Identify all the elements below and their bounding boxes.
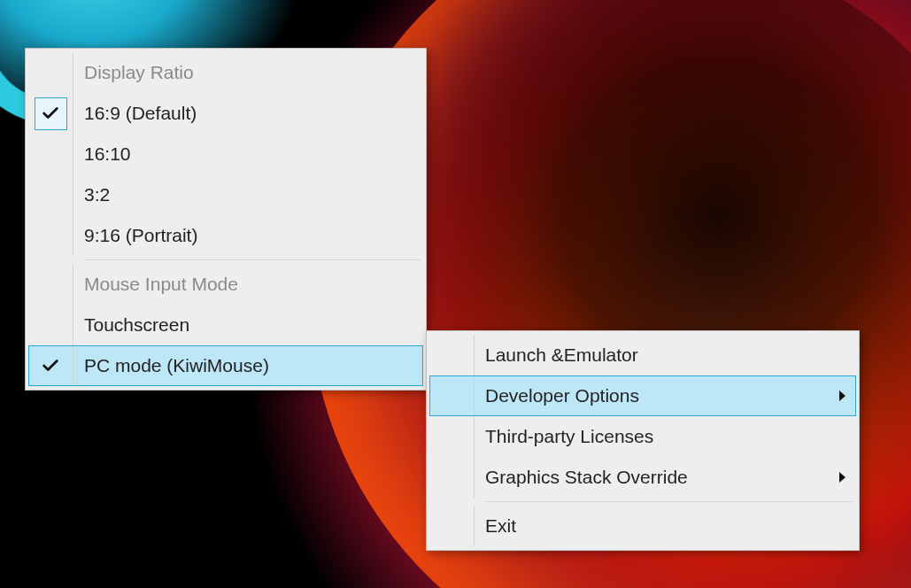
menu-item-launch-emulator[interactable]: Launch &Emulator	[429, 335, 856, 375]
menu-item-label: PC mode (KiwiMouse)	[84, 355, 423, 376]
menu-item-label: Developer Options	[485, 385, 830, 406]
check-icon	[35, 350, 67, 383]
menu-item-label: Graphics Stack Override	[485, 467, 830, 488]
menu-item-label: Launch &Emulator	[485, 344, 856, 366]
menu-item-label: 16:9 (Default)	[84, 103, 423, 124]
menu-item-graphics-stack-override[interactable]: Graphics Stack Override	[429, 457, 856, 498]
submenu-developer-options: Display Ratio 16:9 (Default) 16:10 3:2 9…	[25, 48, 427, 391]
menu-divider	[485, 501, 853, 502]
menu-item-pc-mode[interactable]: PC mode (KiwiMouse)	[28, 345, 423, 386]
menu-divider	[84, 259, 421, 260]
context-menu-main: Launch &Emulator Developer Options Third…	[426, 330, 860, 551]
menu-item-label: Touchscreen	[84, 314, 423, 336]
menu-item-label: Third-party Licenses	[485, 426, 856, 447]
menu-item-exit[interactable]: Exit	[429, 506, 856, 546]
menu-item-label: Exit	[485, 515, 856, 537]
menu-item-developer-options[interactable]: Developer Options	[429, 375, 856, 416]
menu-item-ratio-3-2[interactable]: 3:2	[28, 174, 423, 215]
header-label: Mouse Input Mode	[84, 274, 423, 295]
submenu-arrow-icon	[830, 390, 856, 402]
menu-item-third-party-licenses[interactable]: Third-party Licenses	[429, 416, 856, 457]
menu-item-label: 3:2	[84, 184, 423, 205]
submenu-header-mouse-input: Mouse Input Mode	[28, 264, 423, 305]
check-icon	[35, 97, 67, 130]
submenu-header-display-ratio: Display Ratio	[28, 52, 423, 93]
menu-item-ratio-9-16[interactable]: 9:16 (Portrait)	[28, 215, 423, 256]
menu-item-label: 16:10	[84, 143, 423, 165]
menu-item-ratio-16-9[interactable]: 16:9 (Default)	[28, 93, 423, 134]
submenu-arrow-icon	[830, 471, 856, 484]
menu-item-label: 9:16 (Portrait)	[84, 225, 423, 246]
menu-item-touchscreen[interactable]: Touchscreen	[28, 305, 423, 345]
header-label: Display Ratio	[84, 62, 423, 83]
menu-item-ratio-16-10[interactable]: 16:10	[28, 134, 423, 174]
